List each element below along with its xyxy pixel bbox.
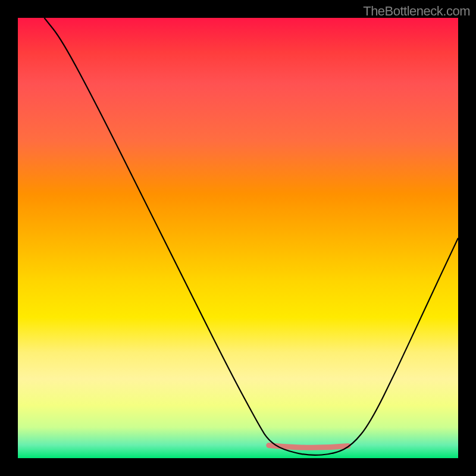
watermark-text: TheBottleneck.com	[363, 4, 470, 19]
chart-overlay	[18, 18, 458, 458]
bottleneck-curve	[44, 18, 458, 455]
chart-container: TheBottleneck.com	[0, 0, 476, 476]
